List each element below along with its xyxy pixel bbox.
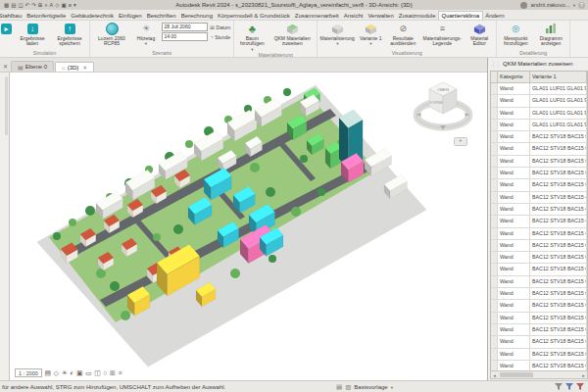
panel-h-scrollbar[interactable]: ◂ ▸ [490, 370, 588, 379]
view-tab-ebene0[interactable]: ▤ Ebene 0 [11, 61, 54, 72]
account-caret-icon[interactable]: ▾ [573, 3, 575, 8]
table-row[interactable]: WandBAC12 STV18 BAC15 45% [491, 204, 587, 216]
row-selector[interactable] [491, 228, 498, 239]
assign-qkm-materials-button[interactable]: QKM Materialien zuweisen [269, 21, 316, 52]
worksets-icon[interactable]: ▥ [345, 383, 351, 391]
table-row[interactable]: WandBAC12 STV18 BAC15 68% [491, 336, 587, 348]
table-row[interactable]: WandBAC12 STV18 BAC15 68% [491, 276, 587, 288]
ribbon-tab-ansicht[interactable]: Ansicht [341, 12, 366, 21]
reveal-hidden-icon[interactable]: ⊞ [110, 368, 116, 377]
open-icon[interactable]: ▤ [11, 0, 16, 10]
cell-variante[interactable]: BAC12 STV18 BAC15 68% [530, 288, 587, 299]
measure-icon[interactable]: ⌖ [44, 0, 47, 10]
cell-variante[interactable]: BAC12 STV18 BAC15 68% [530, 143, 587, 154]
row-selector[interactable] [491, 204, 498, 215]
cell-variante[interactable]: BAC12 STV18 BAC15 68% [530, 300, 587, 311]
col-variante[interactable]: Variante 1 [530, 72, 587, 82]
ribbon-tab-quartiersklima[interactable]: Quartiersklima [438, 11, 483, 21]
row-selector[interactable] [491, 216, 498, 226]
scroll-right-icon[interactable]: ▸ [580, 372, 587, 378]
row-selector[interactable] [491, 313, 498, 323]
ribbon-tab-einf-gen[interactable]: Einfügen [116, 12, 144, 21]
show-diagram-button[interactable]: Diagramm anzeigen [533, 21, 568, 50]
add-measure-point-button[interactable]: ◎ Messpunkt hinzufügen [498, 21, 533, 50]
cell-variante[interactable]: GLA01 LUF01 GLA01 95% [530, 108, 587, 119]
table-row[interactable]: WandBAC12 STV18 BAC15 68% [491, 324, 587, 336]
col-kategorie[interactable]: Kategorie [498, 72, 530, 82]
ribbon-tab-k-rpermodell-grundst-ck[interactable]: Körpermodell & Grundstück [216, 12, 293, 21]
table-row[interactable]: WandBAC12 STV18 BAC15 68% [491, 240, 587, 252]
row-selector[interactable] [491, 108, 498, 119]
material-editor-button[interactable]: Material Editor [464, 21, 495, 50]
row-selector[interactable] [491, 276, 498, 287]
scroll-left-icon[interactable]: ◂ [491, 372, 498, 378]
panel-title-bar[interactable]: ⋮⋮ QKM Materialien zuweisen [488, 58, 588, 70]
temporary-hide-icon[interactable]: ○ [103, 368, 107, 377]
print-icon[interactable]: ⊞ [38, 0, 43, 10]
ribbon-tab-betonfertigteile[interactable]: Betonfertigteile [24, 12, 69, 21]
drawing-area[interactable]: OBEN VORNE ▾ 1 : 2000 ▤◇☀◐▣▭◫○⊞≡ [10, 73, 487, 380]
cell-variante[interactable]: BAC12 STV18 BAC15 68% [530, 252, 587, 263]
cell-variante[interactable]: BAC12 STV18 BAC15 68% [530, 349, 587, 360]
ribbon-tab-zusammenarbeit[interactable]: Zusammenarbeit [292, 12, 341, 21]
time-input[interactable]: 14:00 [162, 32, 208, 41]
table-row[interactable]: WandBAC12 STV18 BAC15 45% [491, 192, 587, 204]
design-options-icon[interactable]: ▤ [336, 383, 342, 391]
table-row[interactable]: WandGLA01 LUF01 GLA01 95% [491, 108, 587, 120]
ribbon-tab-stahlbau[interactable]: Stahlbau [0, 12, 24, 21]
sun-path-icon[interactable]: ☀ [61, 368, 67, 377]
cell-variante[interactable]: BAC12 STV18 BAC15 68% [530, 179, 587, 190]
clipped-left-button[interactable]: ▸ [1, 21, 14, 50]
3d-view-icon[interactable]: ◇ [55, 0, 59, 10]
ribbon-tab-geb-udetechnik[interactable]: Gebäudetechnik [69, 12, 117, 21]
row-selector[interactable] [491, 336, 498, 347]
table-row[interactable]: WandGLA01 LUF01 GLA01 95% [491, 95, 587, 107]
cell-variante[interactable]: BAC12 STV18 BAC15 68% [530, 324, 587, 335]
cell-variante[interactable]: GLA01 LUF01 GLA01 95% [530, 83, 587, 94]
row-selector[interactable] [491, 168, 498, 178]
cell-variante[interactable]: BAC12 STV18 BAC15 45% [530, 216, 587, 226]
redo-icon[interactable]: ↷ [31, 0, 36, 10]
hide-results-button[interactable]: ⊘ Resultate ausblenden [385, 21, 420, 50]
section-icon[interactable]: ▣ [61, 0, 66, 10]
user-avatar[interactable] [520, 2, 527, 9]
save-icon[interactable]: ◫ [18, 0, 23, 10]
row-selector[interactable] [491, 156, 498, 167]
cell-variante[interactable]: GLA01 LUF01 GLA01 95% [530, 95, 587, 106]
table-row[interactable]: WandBAC12 STV18 BAC15 68% [491, 300, 587, 312]
undo-icon[interactable]: ↶ [25, 0, 30, 10]
cell-variante[interactable]: BAC12 STV18 BAC15 68% [530, 276, 587, 287]
detail-level-icon[interactable]: ▤ [44, 368, 51, 377]
view-scale[interactable]: 1 : 2000 [15, 368, 42, 377]
row-selector[interactable] [491, 240, 498, 251]
table-row[interactable]: WandBAC12 STV18 BAC15 68% [491, 156, 587, 168]
selection-filter-icon[interactable] [576, 383, 584, 391]
day-type-button[interactable]: ☀ Hitzetag ▾ [132, 21, 160, 50]
row-selector[interactable] [491, 120, 498, 130]
materialisierung-button[interactable]: Materialisierung ▾ [318, 21, 356, 50]
row-selector[interactable] [491, 288, 498, 299]
row-selector[interactable] [491, 192, 498, 203]
table-row[interactable]: WandGLA01 LUF01 GLA01 95% [491, 120, 587, 131]
cell-variante[interactable]: BAC12 STV18 BAC15 68% [530, 168, 587, 178]
table-row[interactable]: WandBAC12 STV18 BAC15 68% [491, 252, 587, 264]
row-selector[interactable] [491, 131, 498, 142]
close-tab-icon[interactable]: ✕ [82, 65, 87, 71]
cell-variante[interactable]: BAC12 STV18 BAC15 45% [530, 192, 587, 203]
account-name[interactable]: andrii.zakovo... [530, 2, 569, 8]
row-selector[interactable] [491, 349, 498, 360]
cell-variante[interactable]: BAC12 STV18 BAC15 68% [530, 264, 587, 274]
table-row[interactable]: WandGLA01 LUF01 GLA01 95% [491, 83, 587, 95]
table-row[interactable]: WandBAC12 STV18 BAC15 68% [491, 313, 587, 324]
rendering-icon[interactable]: ▣ [76, 368, 83, 377]
close-view-icon[interactable]: ✕ [3, 63, 8, 70]
add-tree-button[interactable]: ♣ Baum hinzufügen ▾ [235, 21, 269, 52]
ribbon-tab-zusatzmodule[interactable]: Zusatzmodule [396, 12, 438, 21]
cell-variante[interactable]: BAC12 STV18 BAC15 68% [530, 240, 587, 251]
ribbon-tab-berechnung[interactable]: Berechnung [178, 12, 215, 21]
row-selector[interactable] [491, 95, 498, 106]
row-selector[interactable] [491, 83, 498, 94]
cell-variante[interactable]: BAC12 STV18 BAC15 68% [530, 336, 587, 347]
temporary-view-properties-icon[interactable]: ≡ [118, 368, 122, 377]
qat-caret-icon[interactable]: ▾ [74, 0, 76, 10]
